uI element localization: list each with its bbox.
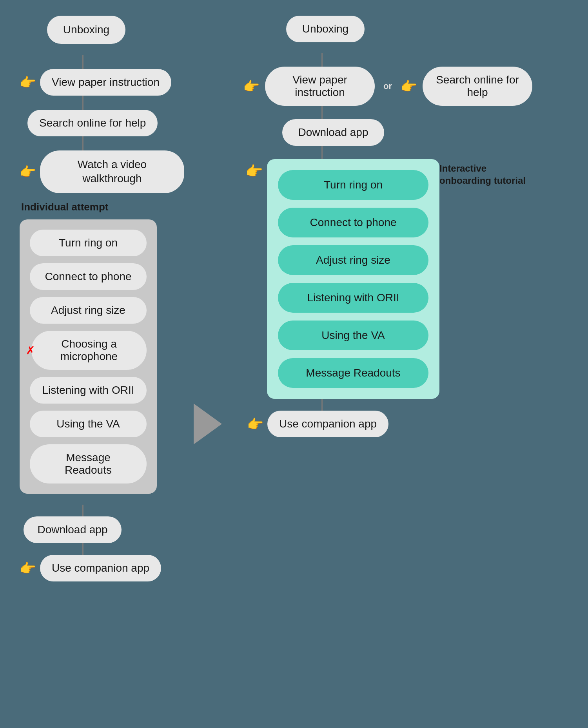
right-companion-emoji: 👉 <box>247 416 263 432</box>
left-unboxing-wrapper: Unboxing <box>47 16 125 44</box>
right-using-va-pill: Using the VA <box>278 321 428 350</box>
left-video-row: 👉 Watch a video walkthrough <box>20 150 184 193</box>
left-listening-orii-pill: Listening with ORII <box>30 377 147 404</box>
right-search-emoji: 👉 <box>401 78 417 94</box>
right-connect-phone-pill: Connect to phone <box>278 208 428 237</box>
right-unboxing-pill: Unboxing <box>286 16 365 42</box>
right-companion-pill: Use companion app <box>267 411 388 437</box>
teal-box: Turn ring on Connect to phone Adjust rin… <box>267 159 439 399</box>
right-search-pill: Search online for help <box>423 67 532 106</box>
left-search-pill: Search online for help <box>27 110 158 136</box>
right-download-wrapper: Download app <box>282 119 384 146</box>
left-view-paper-label: View paper instruction <box>52 76 160 88</box>
x-mark-icon: ✗ <box>26 344 35 357</box>
left-companion-emoji: 👉 <box>20 560 36 576</box>
left-video-emoji: 👉 <box>20 164 36 179</box>
left-choosing-mic-pill: Choosing a microphone <box>31 331 147 370</box>
right-message-readouts-pill: Message Readouts <box>278 358 428 388</box>
right-arrow-icon <box>194 404 222 444</box>
interactive-tutorial-label: Interactiveonboarding tutorial <box>439 162 526 187</box>
left-view-paper-row: 👉 View paper instruction <box>20 69 171 96</box>
right-view-search-row: 👉 View paper instruction or 👉 Search onl… <box>243 67 532 106</box>
left-companion-pill: Use companion app <box>40 555 161 581</box>
left-video-pill: Watch a video walkthrough <box>40 150 184 193</box>
right-download-pill: Download app <box>282 119 384 146</box>
left-unboxing-label: Unboxing <box>63 24 109 36</box>
left-choosing-mic-row: ✗ Choosing a microphone <box>30 331 147 370</box>
left-view-paper-emoji: 👉 <box>20 74 36 90</box>
right-companion-row: 👉 Use companion app <box>247 411 388 437</box>
arrow-section <box>184 266 231 581</box>
left-search-label: Search online for help <box>39 117 146 129</box>
left-adjust-ring-pill: Adjust ring size <box>30 297 147 324</box>
right-teal-emoji: 👉 <box>245 163 263 179</box>
right-turn-ring-pill: Turn ring on <box>278 170 428 200</box>
right-view-paper-emoji: 👉 <box>243 78 260 94</box>
right-adjust-ring-pill: Adjust ring size <box>278 245 428 275</box>
left-view-paper-pill: View paper instruction <box>40 69 171 96</box>
left-download-pill: Download app <box>24 516 122 543</box>
right-view-paper-pill: View paper instruction <box>265 67 375 106</box>
left-connect-phone-pill: Connect to phone <box>30 263 147 290</box>
left-message-readouts-pill: Message Readouts <box>30 444 147 484</box>
left-turn-ring-pill: Turn ring on <box>30 230 147 256</box>
left-unboxing-pill: Unboxing <box>47 16 125 44</box>
individual-attempt-label: Individual attempt <box>21 201 108 213</box>
left-video-label: Watch a video walkthrough <box>78 158 147 185</box>
right-listening-orii-pill: Listening with ORII <box>278 283 428 313</box>
right-teal-section: 👉 Turn ring on Connect to phone Adjust r… <box>243 159 439 399</box>
individual-attempt-box: Turn ring on Connect to phone Adjust rin… <box>20 219 157 494</box>
left-download-wrapper: Download app <box>24 516 122 543</box>
right-column: Unboxing 👉 View paper instruction or 👉 S… <box>243 16 486 581</box>
left-column: Unboxing 👉 View paper instruction Search… <box>20 16 184 581</box>
right-unboxing-wrapper: Unboxing <box>286 16 365 42</box>
left-search-wrapper: Search online for help <box>27 110 158 136</box>
left-companion-row: 👉 Use companion app <box>20 555 161 581</box>
or-text: or <box>380 80 395 93</box>
left-using-va-pill: Using the VA <box>30 411 147 437</box>
